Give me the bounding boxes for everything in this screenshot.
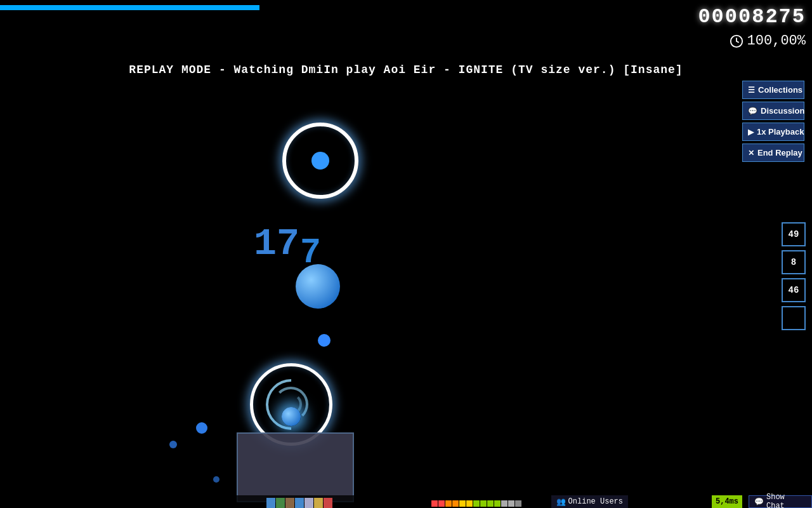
- ms-value: 5,4ms: [716, 497, 738, 506]
- list-icon: ☰: [748, 86, 755, 95]
- hit-block: [452, 500, 459, 507]
- hit-block: [501, 500, 508, 507]
- hit-circle-1: [282, 123, 358, 199]
- discussion-button[interactable]: 💬 Discussion: [742, 102, 804, 120]
- accuracy-value: 100,00%: [747, 33, 806, 49]
- users-icon: 👥: [556, 497, 566, 507]
- key-block: [324, 498, 332, 508]
- hit-block: [473, 500, 480, 507]
- online-users-label: Online Users: [568, 497, 623, 506]
- combo-display: 17: [254, 222, 299, 265]
- platform: [237, 432, 354, 502]
- progress-bar-container: [0, 5, 463, 10]
- stat-val-1: 49: [789, 229, 799, 239]
- hit-circle-inner-1: [311, 152, 329, 170]
- key-block: [304, 498, 313, 508]
- hit-meter: [431, 499, 521, 508]
- small-dot-3: [169, 441, 177, 448]
- collections-button[interactable]: ☰ Collections: [742, 81, 804, 99]
- stat-box-2: 8: [782, 250, 806, 274]
- accuracy-display: 100,00%: [730, 33, 806, 49]
- stat-val-2: 8: [791, 257, 796, 267]
- show-chat-label: Show Chat: [766, 493, 806, 508]
- bottom-bar: [0, 495, 812, 508]
- small-dot-4: [213, 476, 219, 483]
- end-replay-button[interactable]: ✕ End Replay: [742, 144, 804, 162]
- key-block: [266, 498, 275, 508]
- hit-block: [480, 500, 487, 507]
- hit-block: [494, 500, 501, 507]
- x-icon: ✕: [748, 149, 754, 157]
- key-block: [295, 498, 304, 508]
- chat-icon: 💬: [748, 107, 757, 116]
- hit-block: [445, 500, 452, 507]
- score-display: 00008275: [698, 5, 806, 29]
- small-dot-1: [318, 334, 331, 347]
- hit-block: [459, 500, 466, 507]
- chat-bubble-icon: 💬: [754, 497, 764, 507]
- stat-box-1: 49: [782, 222, 806, 246]
- right-panel: ☰ Collections 💬 Discussion ▶ 1x Playback…: [742, 81, 806, 162]
- playback-label: 1x Playback: [757, 127, 804, 137]
- stat-box-3: 46: [782, 278, 806, 302]
- stat-box-4: [782, 306, 806, 330]
- ms-display: 5,4ms: [712, 495, 742, 508]
- small-dot-2: [196, 422, 207, 434]
- key-block: [314, 498, 323, 508]
- play-icon: ▶: [748, 128, 754, 137]
- hit-block: [431, 500, 438, 507]
- replay-mode-text: REPLAY MODE - Watching DmiIn play Aoi Ei…: [0, 64, 812, 76]
- collections-label: Collections: [758, 85, 802, 95]
- number-display: 7: [300, 233, 321, 273]
- key-block: [276, 498, 285, 508]
- progress-bar-fill: [0, 5, 259, 10]
- stat-val-3: 46: [789, 285, 799, 295]
- game-canvas: 17 7: [0, 0, 736, 508]
- end-replay-label: End Replay: [757, 148, 802, 157]
- slider-ball: [282, 407, 301, 426]
- show-chat-button[interactable]: 💬 Show Chat: [749, 495, 812, 508]
- hit-block: [508, 500, 514, 507]
- key-blocks: [266, 498, 332, 508]
- playback-button[interactable]: ▶ 1x Playback: [742, 123, 804, 141]
- clock-icon: [730, 34, 743, 48]
- discussion-label: Discussion: [761, 106, 804, 116]
- stat-boxes: 49 8 46: [782, 222, 806, 330]
- online-users: 👥 Online Users: [551, 495, 628, 508]
- hit-block: [515, 500, 521, 507]
- hit-block: [438, 500, 445, 507]
- hit-block: [487, 500, 494, 507]
- score-value: 00008275: [698, 5, 806, 29]
- key-block: [285, 498, 294, 508]
- hit-block: [466, 500, 473, 507]
